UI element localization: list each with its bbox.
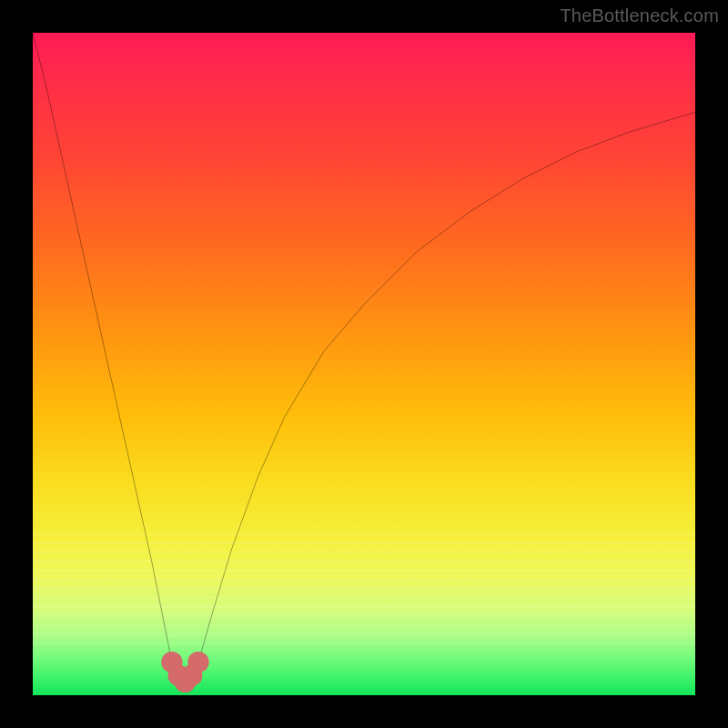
bottleneck-curve bbox=[33, 33, 695, 682]
dip-marker-mid-r bbox=[181, 665, 202, 686]
dip-marker-center bbox=[175, 672, 196, 693]
attribution-text: TheBottleneck.com bbox=[560, 5, 719, 26]
curve-layer bbox=[33, 33, 695, 695]
dip-marker-right bbox=[187, 652, 208, 672]
chart-frame: TheBottleneck.com bbox=[0, 0, 728, 728]
dip-marker-mid-l bbox=[168, 665, 189, 686]
plot-area bbox=[33, 33, 695, 695]
dip-marker-left bbox=[161, 652, 182, 672]
dip-markers bbox=[161, 652, 208, 693]
lowlight-bands bbox=[33, 533, 695, 652]
